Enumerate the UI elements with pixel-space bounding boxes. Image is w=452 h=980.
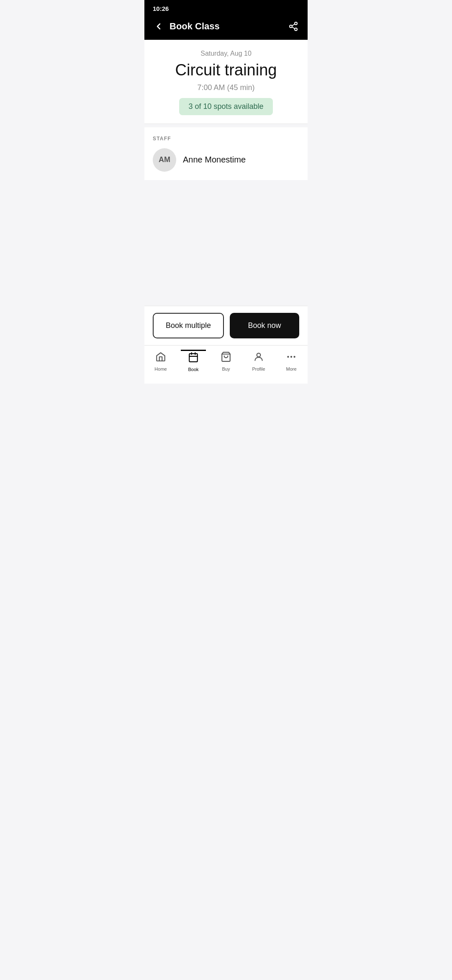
nav-label-more: More: [286, 366, 296, 371]
svg-point-2: [295, 28, 297, 31]
staff-item: AM Anne Monestime: [153, 148, 299, 172]
staff-name: Anne Monestime: [183, 155, 246, 165]
status-bar: 10:26: [144, 0, 308, 15]
nav-label-book: Book: [188, 367, 198, 372]
staff-section: STAFF AM Anne Monestime: [144, 127, 308, 180]
class-name: Circuit training: [153, 62, 299, 79]
spots-badge: 3 of 10 spots available: [179, 98, 272, 115]
nav-label-buy: Buy: [222, 366, 230, 371]
class-time: 7:00 AM (45 min): [153, 83, 299, 92]
back-icon: [154, 21, 164, 31]
staff-initials: AM: [159, 155, 170, 164]
header: Book Class: [144, 15, 308, 40]
content-area: Saturday, Aug 10 Circuit training 7:00 A…: [144, 40, 308, 384]
buy-icon: [221, 351, 231, 365]
class-info-section: Saturday, Aug 10 Circuit training 7:00 A…: [144, 40, 308, 124]
share-button[interactable]: [287, 20, 300, 33]
content-spacer: [144, 180, 308, 306]
staff-label: STAFF: [153, 136, 299, 142]
svg-point-0: [295, 22, 297, 25]
svg-rect-3: [189, 353, 198, 362]
book-now-button[interactable]: Book now: [230, 313, 299, 338]
nav-item-book[interactable]: Book: [181, 350, 206, 374]
svg-point-4: [257, 353, 261, 357]
header-title: Book Class: [170, 21, 220, 32]
nav-item-profile[interactable]: Profile: [246, 350, 271, 373]
home-icon: [155, 351, 166, 365]
staff-name-text: Anne Monestime: [183, 155, 246, 164]
profile-icon: [253, 351, 264, 365]
nav-item-more[interactable]: More: [279, 350, 304, 373]
nav-item-buy[interactable]: Buy: [213, 350, 239, 373]
staff-avatar: AM: [153, 148, 176, 172]
action-buttons: Book multiple Book now: [144, 306, 308, 345]
header-left: Book Class: [152, 20, 220, 33]
bottom-navigation: Home Book: [144, 345, 308, 384]
status-time: 10:26: [153, 5, 169, 12]
nav-label-profile: Profile: [252, 366, 265, 371]
share-icon: [288, 21, 298, 31]
svg-point-1: [290, 25, 292, 28]
more-icon: [286, 351, 297, 365]
svg-point-5: [287, 356, 289, 358]
back-button[interactable]: [152, 20, 165, 33]
book-icon: [188, 352, 199, 365]
svg-point-7: [293, 356, 295, 358]
book-multiple-button[interactable]: Book multiple: [153, 313, 224, 338]
svg-point-6: [290, 356, 292, 358]
dots-icon: [286, 351, 297, 362]
nav-item-home[interactable]: Home: [148, 350, 173, 373]
class-date: Saturday, Aug 10: [153, 50, 299, 57]
nav-label-home: Home: [154, 366, 167, 371]
